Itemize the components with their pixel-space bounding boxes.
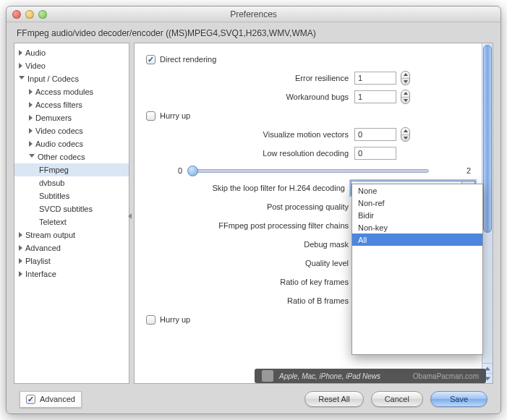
slider-min-label: 0 <box>146 166 182 175</box>
ratio-key-frames-label: Ratio of key frames <box>146 278 354 286</box>
chevron-right-icon <box>29 128 33 134</box>
low-res-decoding-field[interactable]: 0 <box>354 147 396 160</box>
sidebar-item-label: Teletext <box>39 218 67 226</box>
sidebar-item-label: SVCD subtitles <box>39 205 93 213</box>
ratio-b-frames-label: Ratio of B frames <box>146 296 354 305</box>
save-button[interactable]: Save <box>430 391 487 407</box>
low-res-decoding-label: Low resolution decoding <box>146 149 354 158</box>
sidebar-item-demuxers[interactable]: Demuxers <box>14 111 129 124</box>
dropdown-option-bidir[interactable]: Bidir <box>352 209 482 221</box>
sidebar-item-stream-output[interactable]: Stream output <box>14 228 129 241</box>
sidebar-item-audio[interactable]: Audio <box>14 46 129 59</box>
sidebar-item-interface[interactable]: Interface <box>14 267 129 280</box>
hurry-up-checkbox[interactable] <box>146 111 155 121</box>
sidebar-item-label: Video <box>25 61 46 70</box>
sidebar-item-subtitles[interactable]: Subtitles <box>14 189 129 202</box>
scrollbar-thumb[interactable] <box>483 45 492 233</box>
dropdown-option-non-key[interactable]: Non-key <box>352 221 482 233</box>
dropdown-option-non-ref[interactable]: Non-ref <box>352 197 482 209</box>
sidebar-item-input-codecs[interactable]: Input / Codecs <box>14 72 129 85</box>
chevron-right-icon <box>19 63 22 69</box>
advanced-toggle[interactable]: Advanced <box>20 391 82 408</box>
hurry-up-row: Hurry up <box>142 107 475 124</box>
advanced-checkbox[interactable] <box>26 395 35 404</box>
direct-rendering-label: Direct rendering <box>160 55 216 64</box>
ffmpeg-pp-chains-label: FFmpeg post processing filter chains <box>146 221 354 230</box>
sidebar-item-label: Playlist <box>25 257 51 265</box>
sidebar-item-label: Subtitles <box>39 192 69 200</box>
reset-all-button[interactable]: Reset All <box>304 391 363 407</box>
banner-text: Apple, Mac, iPhone, iPad News <box>279 372 380 380</box>
sidebar-item-access-filters[interactable]: Access filters <box>14 98 129 111</box>
apple-icon <box>262 370 273 382</box>
error-resilience-stepper[interactable] <box>401 71 410 85</box>
sidebar-item-audio-codecs[interactable]: Audio codecs <box>14 137 129 150</box>
sidebar-item-playlist[interactable]: Playlist <box>14 254 129 267</box>
post-processing-quality-label: Post processing quality <box>146 202 354 211</box>
sidebar-item-label: Other codecs <box>38 153 85 161</box>
hurry-up-label: Hurry up <box>160 111 190 120</box>
workaround-bugs-label: Workaround bugs <box>146 93 354 101</box>
chevron-right-icon <box>29 141 33 147</box>
chevron-right-icon <box>19 50 22 56</box>
sidebar-item-label: Input / Codecs <box>27 74 79 83</box>
sidebar-item-label: dvbsub <box>39 179 64 187</box>
titlebar: Preferences <box>7 7 500 22</box>
chevron-right-icon <box>29 89 33 95</box>
sidebar-item-label: Access filters <box>35 100 82 109</box>
sidebar-item-other-codecs[interactable]: Other codecs <box>14 150 129 163</box>
vertical-scrollbar[interactable] <box>482 43 493 383</box>
direct-rendering-checkbox[interactable] <box>146 55 155 64</box>
debug-mask-label: Debug mask <box>146 240 354 249</box>
sidebar-item-label: Stream output <box>25 231 75 239</box>
sidebar-item-ffmpeg[interactable]: FFmpeg <box>14 163 129 176</box>
watermark-banner: Apple, Mac, iPhone, iPad News ObamaPacma… <box>255 369 486 383</box>
workaround-bugs-field[interactable]: 1 <box>354 90 396 103</box>
window-title: Preferences <box>7 9 500 20</box>
sidebar-item-access-modules[interactable]: Access modules <box>14 85 129 98</box>
chevron-down-icon <box>29 154 35 160</box>
slider-track[interactable] <box>188 169 429 173</box>
preferences-window: Preferences FFmpeg audio/video decoder/e… <box>6 6 501 414</box>
chevron-right-icon <box>19 271 22 277</box>
slider-row: 0 2 <box>142 163 475 179</box>
chevron-right-icon <box>29 115 33 121</box>
chevron-right-icon <box>29 102 33 108</box>
sidebar-item-label: Advanced <box>25 244 61 252</box>
sidebar-item-svcd-subtitles[interactable]: SVCD subtitles <box>14 202 129 215</box>
chevron-right-icon <box>19 245 22 251</box>
settings-panel: Direct rendering Error resilience 1 Work… <box>134 43 493 384</box>
banner-site: ObamaPacman.com <box>413 372 479 380</box>
error-resilience-label: Error resilience <box>146 74 354 82</box>
quality-level-label: Quality level <box>146 259 354 267</box>
sidebar-item-dvbsub[interactable]: dvbsub <box>14 176 129 189</box>
sidebar-item-video[interactable]: Video <box>14 59 129 72</box>
sidebar-item-teletext[interactable]: Teletext <box>14 215 129 228</box>
chevron-right-icon <box>19 258 22 264</box>
skip-loop-dropdown[interactable]: NoneNon-refBidirNon-keyAll <box>352 184 483 355</box>
chevron-down-icon <box>19 76 25 82</box>
sidebar-item-label: Audio <box>25 48 46 57</box>
category-sidebar: AudioVideoInput / CodecsAccess modulesAc… <box>14 43 129 384</box>
visualize-motion-field[interactable]: 0 <box>354 128 396 141</box>
visualize-motion-label: Visualize motion vectors <box>146 130 354 139</box>
sidebar-item-label: FFmpeg <box>39 166 69 174</box>
slider-max-label: 2 <box>435 166 471 175</box>
sidebar-item-label: Interface <box>25 270 56 278</box>
visualize-motion-stepper[interactable] <box>401 127 410 142</box>
sidebar-item-label: Demuxers <box>35 113 72 122</box>
error-resilience-field[interactable]: 1 <box>354 72 396 85</box>
hurry-up-label-2: Hurry up <box>160 315 190 324</box>
hurry-up-checkbox-2[interactable] <box>146 315 155 325</box>
cancel-button[interactable]: Cancel <box>371 391 423 407</box>
dropdown-option-none[interactable]: None <box>352 184 482 197</box>
sidebar-item-advanced[interactable]: Advanced <box>14 241 129 254</box>
sidebar-item-video-codecs[interactable]: Video codecs <box>14 124 129 137</box>
advanced-label: Advanced <box>40 395 75 403</box>
slider-knob[interactable] <box>187 166 198 176</box>
footer-bar: Advanced Reset All Cancel Save <box>7 385 500 413</box>
sidebar-item-label: Video codecs <box>35 127 83 135</box>
direct-rendering-row: Direct rendering <box>142 51 475 68</box>
dropdown-option-all[interactable]: All <box>352 233 482 246</box>
workaround-bugs-stepper[interactable] <box>401 90 410 104</box>
